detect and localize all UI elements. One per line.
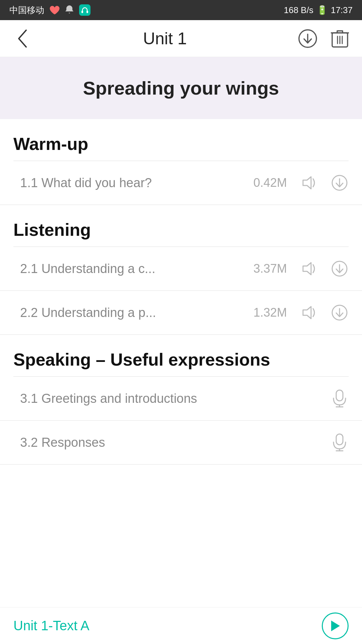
section-warmup-title: Warm-up [13,134,349,154]
track-2-1-name: 2.1 Understanding a c... [20,262,247,276]
track-2-1-icons [300,260,349,278]
track-2-1[interactable]: 2.1 Understanding a c... 3.37M [0,247,362,291]
mic-icon-3-2[interactable] [330,433,349,451]
notification-icon [64,5,74,15]
bottom-bar: Unit 1-Text A [0,607,362,644]
nav-icons [298,29,350,49]
svg-rect-0 [79,4,90,16]
back-button[interactable] [12,29,32,49]
svg-rect-2 [86,11,88,13]
svg-rect-8 [336,390,343,401]
track-2-1-size: 3.37M [247,262,287,276]
track-2-2-name: 2.2 Understanding a p... [20,306,247,320]
track-1-1-size: 0.42M [247,176,287,190]
track-2-2-size: 1.32M [247,306,287,320]
section-listening-header: Listening [0,205,362,247]
battery-icon: 🔋 [317,5,327,15]
speaking-3-2-name: 3.2 Responses [20,435,330,450]
unit-subtitle: Spreading your wings [13,77,349,99]
svg-rect-9 [336,434,343,445]
status-right: 168 B/s 🔋 17:37 [284,5,353,15]
audio-icon-2-2[interactable] [300,304,318,322]
track-1-1-icons [300,174,349,192]
nav-title: Unit 1 [143,29,187,48]
track-2-2[interactable]: 2.2 Understanding a p... 1.32M [0,291,362,335]
nav-bar: Unit 1 [0,20,362,57]
section-listening-title: Listening [13,220,349,240]
svg-rect-1 [81,11,83,13]
speaking-3-2[interactable]: 3.2 Responses [0,421,362,465]
content: Warm-up 1.1 What did you hear? 0.42M Lis… [0,119,362,508]
download-icon-1-1[interactable] [330,174,349,192]
audio-icon-2-1[interactable] [300,260,318,278]
speaking-3-1[interactable]: 3.1 Greetings and introductions [0,377,362,421]
health-icon [49,5,60,15]
status-left: 中国移动 [9,4,90,16]
mic-icon-3-1[interactable] [330,389,349,408]
track-1-1-name: 1.1 What did you hear? [20,176,247,190]
bottom-title[interactable]: Unit 1-Text A [13,618,89,633]
network-speed: 168 B/s [284,5,313,15]
carrier-text: 中国移动 [9,4,44,16]
section-warmup-header: Warm-up [0,119,362,161]
headphones-icon [79,4,90,16]
time-text: 17:37 [331,5,353,15]
status-bar: 中国移动 168 B/s 🔋 17:37 [0,0,362,20]
audio-icon-1-1[interactable] [300,174,318,192]
download-icon-2-1[interactable] [330,260,349,278]
play-button[interactable] [322,612,349,639]
download-icon-2-2[interactable] [330,304,349,322]
download-button[interactable] [298,29,318,49]
delete-button[interactable] [330,29,350,49]
section-speaking-header: Speaking – Useful expressions [0,335,362,376]
speaking-3-1-name: 3.1 Greetings and introductions [20,391,330,406]
track-2-2-icons [300,304,349,322]
section-speaking-title: Speaking – Useful expressions [13,350,349,370]
track-1-1[interactable]: 1.1 What did you hear? 0.42M [0,161,362,205]
unit-header: Spreading your wings [0,57,362,119]
